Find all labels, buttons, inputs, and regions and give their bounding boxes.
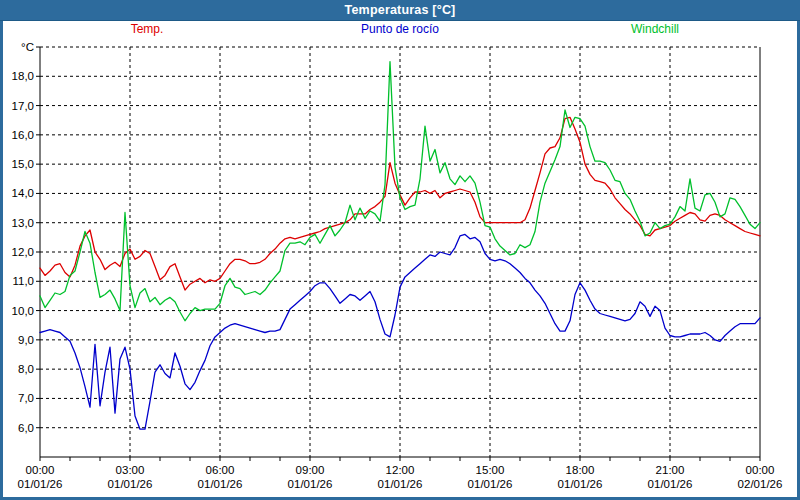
svg-text:01/01/26: 01/01/26 bbox=[648, 478, 693, 490]
svg-text:12:00: 12:00 bbox=[386, 464, 415, 476]
window-title: Temperaturas [°C] bbox=[345, 3, 456, 17]
svg-text:14,0: 14,0 bbox=[12, 187, 34, 199]
svg-text:21:00: 21:00 bbox=[656, 464, 685, 476]
svg-text:12,0: 12,0 bbox=[12, 246, 34, 258]
svg-text:8,0: 8,0 bbox=[18, 363, 34, 375]
svg-text:13,0: 13,0 bbox=[12, 217, 34, 229]
svg-text:03:00: 03:00 bbox=[116, 464, 145, 476]
svg-text:01/01/26: 01/01/26 bbox=[198, 478, 243, 490]
svg-text:06:00: 06:00 bbox=[206, 464, 235, 476]
svg-text:01/01/26: 01/01/26 bbox=[558, 478, 603, 490]
svg-text:6,0: 6,0 bbox=[18, 422, 34, 434]
svg-text:11,0: 11,0 bbox=[12, 275, 34, 287]
y-axis-labels: 18,017,016,015,014,013,012,011,010,09,08… bbox=[12, 70, 34, 433]
app-window: Temperaturas [°C] Temp. Punto de rocío W… bbox=[0, 0, 800, 500]
svg-text:02/01/26: 02/01/26 bbox=[738, 478, 783, 490]
svg-text:00:00: 00:00 bbox=[26, 464, 55, 476]
svg-text:10,0: 10,0 bbox=[12, 305, 34, 317]
legend-item-dew-point: Punto de rocío bbox=[361, 22, 439, 36]
x-axis-labels: 00:0001/01/2603:0001/01/2606:0001/01/260… bbox=[18, 464, 783, 490]
svg-text:7,0: 7,0 bbox=[18, 392, 34, 404]
chart-canvas: 18,017,016,015,014,013,012,011,010,09,08… bbox=[0, 0, 800, 500]
svg-text:09:00: 09:00 bbox=[296, 464, 325, 476]
y-axis-ticks bbox=[36, 47, 40, 428]
svg-text:15:00: 15:00 bbox=[476, 464, 505, 476]
svg-text:01/01/26: 01/01/26 bbox=[108, 478, 153, 490]
svg-text:15,0: 15,0 bbox=[12, 158, 34, 170]
legend-item-temp: Temp. bbox=[131, 22, 164, 36]
svg-text:01/01/26: 01/01/26 bbox=[288, 478, 333, 490]
svg-text:01/01/26: 01/01/26 bbox=[468, 478, 513, 490]
svg-text:01/01/26: 01/01/26 bbox=[18, 478, 63, 490]
svg-text:00:00: 00:00 bbox=[746, 464, 775, 476]
svg-text:17,0: 17,0 bbox=[12, 100, 34, 112]
svg-text:16,0: 16,0 bbox=[12, 129, 34, 141]
title-bar: Temperaturas [°C] bbox=[0, 0, 800, 21]
y-axis-unit: °C bbox=[21, 41, 34, 53]
svg-text:9,0: 9,0 bbox=[18, 334, 34, 346]
svg-text:18,0: 18,0 bbox=[12, 70, 34, 82]
svg-text:01/01/26: 01/01/26 bbox=[378, 478, 423, 490]
svg-text:18:00: 18:00 bbox=[566, 464, 595, 476]
chart-legend: Temp. Punto de rocío Windchill bbox=[0, 22, 800, 38]
x-axis-ticks bbox=[40, 457, 760, 461]
legend-item-windchill: Windchill bbox=[631, 22, 679, 36]
y-gridlines bbox=[40, 47, 760, 428]
